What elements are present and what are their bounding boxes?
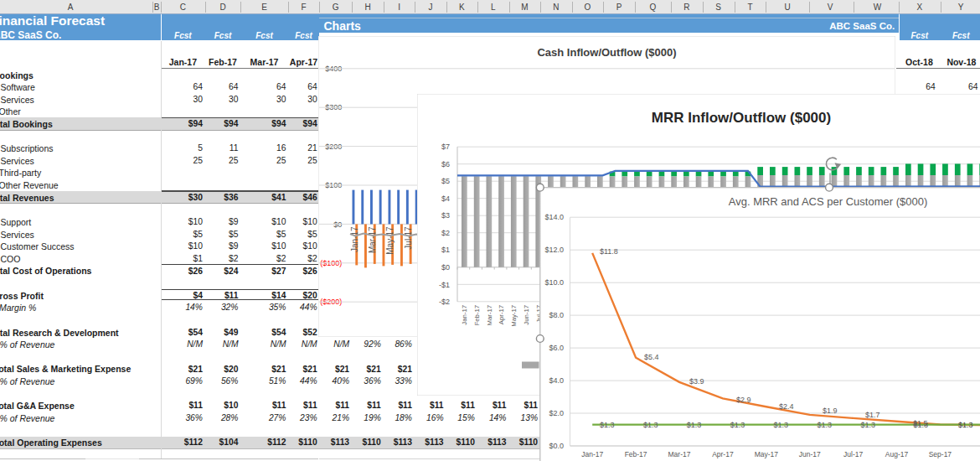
svg-text:$0.0: $0.0 <box>549 442 564 450</box>
svg-text:May-17: May-17 <box>385 226 395 255</box>
svg-text:$8.0: $8.0 <box>549 311 564 319</box>
svg-text:$2: $2 <box>441 229 449 237</box>
svg-text:Jul-17: Jul-17 <box>843 450 863 458</box>
svg-text:$0: $0 <box>441 263 449 272</box>
svg-text:$1.3: $1.3 <box>914 421 929 429</box>
svg-text:Jun-17: Jun-17 <box>799 450 821 458</box>
svg-text:$1.3: $1.3 <box>687 421 702 429</box>
svg-text:$14.0: $14.0 <box>544 213 564 221</box>
svg-text:Jan-17: Jan-17 <box>350 226 359 252</box>
svg-text:$6.0: $6.0 <box>549 344 564 352</box>
svg-text:$7: $7 <box>441 142 449 151</box>
svg-text:Jan-17: Jan-17 <box>461 305 468 325</box>
svg-text:$2.0: $2.0 <box>549 409 564 417</box>
svg-text:$3: $3 <box>441 211 449 220</box>
svg-text:Mar-17: Mar-17 <box>485 305 493 326</box>
svg-text:Jan-17: Jan-17 <box>581 450 603 458</box>
svg-text:$5: $5 <box>441 177 449 185</box>
svg-text:$11.8: $11.8 <box>600 247 618 256</box>
svg-text:$1: $1 <box>441 246 449 254</box>
svg-text:$12.0: $12.0 <box>544 246 564 254</box>
svg-text:May-17: May-17 <box>755 450 779 458</box>
svg-text:$4: $4 <box>441 194 449 203</box>
svg-text:Apr-17: Apr-17 <box>498 305 505 324</box>
svg-text:Feb-17: Feb-17 <box>625 450 647 458</box>
svg-text:May-17: May-17 <box>510 305 518 327</box>
svg-text:$1.3: $1.3 <box>818 421 833 429</box>
svg-text:-$2: -$2 <box>438 298 449 306</box>
svg-text:Mar-17: Mar-17 <box>368 226 377 253</box>
svg-text:-$1: -$1 <box>438 281 449 289</box>
svg-text:$1.3: $1.3 <box>600 421 615 429</box>
svg-text:Aug-17: Aug-17 <box>885 450 909 458</box>
svg-text:$1.7: $1.7 <box>865 411 880 419</box>
svg-text:$1.3: $1.3 <box>643 421 658 429</box>
svg-text:$1.9: $1.9 <box>823 407 838 415</box>
svg-text:$1.3: $1.3 <box>958 421 973 429</box>
svg-text:$4.0: $4.0 <box>549 376 564 385</box>
svg-text:Feb-17: Feb-17 <box>472 305 480 326</box>
svg-text:$3.9: $3.9 <box>689 377 704 386</box>
svg-text:Apr-17: Apr-17 <box>712 450 734 458</box>
svg-text:Sep-17: Sep-17 <box>929 450 952 458</box>
svg-text:$1.3: $1.3 <box>774 421 789 429</box>
svg-text:$6: $6 <box>441 160 449 168</box>
svg-text:MRR Inflow/Outflow ($000): MRR Inflow/Outflow ($000) <box>651 110 830 126</box>
svg-text:$10.0: $10.0 <box>544 278 564 287</box>
svg-text:$2.9: $2.9 <box>736 396 751 404</box>
svg-text:Jul-17: Jul-17 <box>404 226 413 250</box>
svg-text:$1.3: $1.3 <box>730 421 745 429</box>
svg-text:Cash Inflow/Outflow ($000): Cash Inflow/Outflow ($000) <box>537 46 676 59</box>
svg-text:$2.4: $2.4 <box>779 402 794 411</box>
svg-text:$1.3: $1.3 <box>860 421 875 429</box>
svg-text:$5.4: $5.4 <box>644 353 659 361</box>
svg-text:Avg. MRR and ACS per Customer: Avg. MRR and ACS per Customer ($000) <box>729 195 927 208</box>
svg-text:Mar-17: Mar-17 <box>668 450 691 458</box>
